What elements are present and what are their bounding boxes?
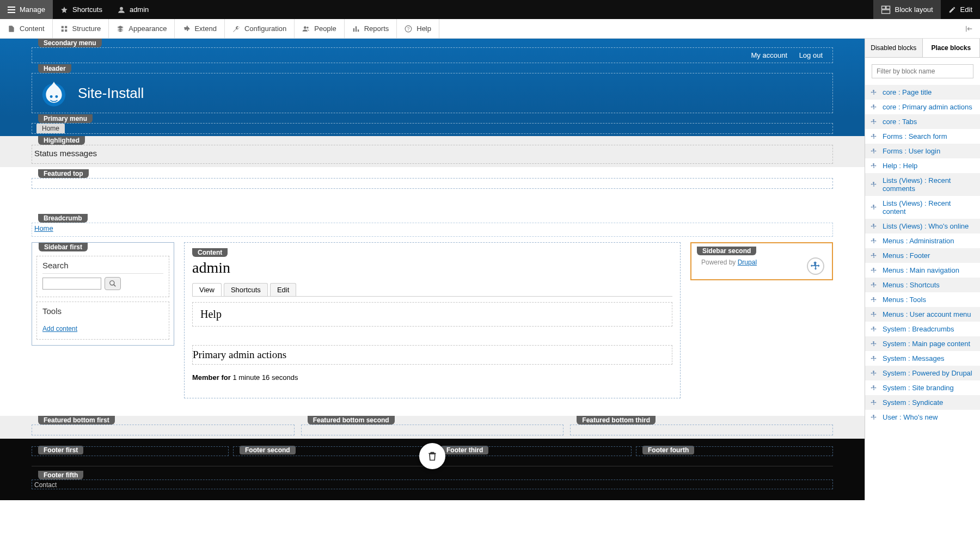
block-item-label: Menus : Main navigation — [883, 266, 959, 274]
tab-edit[interactable]: Edit — [270, 283, 296, 296]
menu-reports[interactable]: Reports — [345, 19, 397, 38]
move-icon — [871, 385, 877, 391]
block-item[interactable]: Menus : Footer — [865, 248, 980, 263]
block-item[interactable]: Lists (Views) : Who's online — [865, 219, 980, 233]
page-title: admin — [192, 259, 672, 276]
svg-rect-2 — [886, 6, 890, 9]
block-item[interactable]: User : Who's new — [865, 410, 980, 425]
collapse-toggle[interactable] — [958, 24, 980, 33]
svg-rect-1 — [881, 6, 885, 9]
move-icon — [871, 238, 877, 244]
block-item[interactable]: Menus : Main navigation — [865, 263, 980, 278]
region-footer-fourth[interactable] — [636, 446, 833, 456]
block-item[interactable]: core : Tabs — [865, 114, 980, 129]
region-footer-first[interactable] — [32, 446, 229, 456]
menu-structure[interactable]: Structure — [53, 19, 109, 38]
block-item[interactable]: Menus : Tools — [865, 292, 980, 307]
drag-handle[interactable] — [807, 257, 824, 275]
menu-people[interactable]: People — [295, 19, 344, 38]
block-item-label: Menus : Shortcuts — [883, 281, 940, 289]
block-item[interactable]: System : Site branding — [865, 380, 980, 395]
block-item[interactable]: Help : Help — [865, 158, 980, 173]
region-featured-bottom-second[interactable] — [301, 425, 564, 435]
search-button[interactable] — [105, 277, 121, 290]
block-item[interactable]: Lists (Views) : Recent content — [865, 196, 980, 219]
tab-disabled-blocks[interactable]: Disabled blocks — [865, 39, 923, 57]
manage-button[interactable]: Manage — [0, 0, 53, 19]
admin-user-button[interactable]: admin — [110, 0, 156, 19]
block-item-label: Menus : Tools — [883, 296, 926, 304]
region-highlighted[interactable]: Status messages — [32, 145, 833, 164]
block-item-label: Menus : Administration — [883, 237, 954, 245]
svg-rect-3 — [881, 10, 890, 14]
add-content-link[interactable]: Add content — [42, 325, 77, 333]
region-featured-bottom-first[interactable] — [32, 425, 295, 435]
menu-configuration[interactable]: Configuration — [225, 19, 295, 38]
blocks-panel: Disabled blocks Place blocks core : Page… — [865, 39, 980, 500]
region-breadcrumb[interactable]: Home — [32, 223, 833, 237]
region-content[interactable]: Content admin View Shortcuts Edit Help P… — [184, 242, 681, 398]
my-account-link[interactable]: My account — [751, 51, 787, 59]
svg-line-19 — [114, 285, 116, 287]
block-item-label: User : Who's new — [883, 413, 938, 421]
admin-label: admin — [130, 5, 149, 14]
block-item[interactable]: core : Primary admin actions — [865, 100, 980, 114]
menu-help[interactable]: ?Help — [397, 19, 439, 38]
block-item[interactable]: Menus : Shortcuts — [865, 278, 980, 292]
block-item-label: System : Site branding — [883, 384, 954, 392]
block-layout-button[interactable]: Block layout — [873, 0, 941, 19]
block-item[interactable]: System : Breadcrumbs — [865, 322, 980, 336]
region-footer-second[interactable] — [233, 446, 430, 456]
svg-point-18 — [110, 281, 114, 285]
block-item[interactable]: Lists (Views) : Recent comments — [865, 173, 980, 196]
region-primary-menu[interactable]: Home — [32, 123, 833, 134]
region-label-fb3: Featured bottom third — [577, 416, 656, 425]
trash-button[interactable] — [419, 443, 445, 469]
svg-rect-6 — [61, 29, 63, 32]
block-item[interactable]: System : Main page content — [865, 336, 980, 351]
log-out-link[interactable]: Log out — [799, 51, 823, 59]
move-icon — [871, 223, 877, 230]
block-item[interactable]: Forms : User login — [865, 144, 980, 158]
block-item[interactable]: core : Page title — [865, 85, 980, 100]
menu-content[interactable]: Content — [0, 19, 53, 38]
help-block[interactable]: Help — [192, 302, 672, 327]
menu-extend[interactable]: Extend — [175, 19, 224, 38]
region-header[interactable]: Site-Install — [32, 73, 833, 113]
site-name[interactable]: Site-Install — [78, 85, 144, 102]
move-icon — [871, 282, 877, 288]
region-sidebar-first[interactable]: Sidebar first Search Tools — [32, 242, 174, 346]
block-item[interactable]: System : Powered by Drupal — [865, 366, 980, 380]
region-featured-bottom-third[interactable] — [570, 425, 833, 435]
block-item-label: core : Page title — [883, 88, 932, 96]
block-item[interactable]: Menus : Administration — [865, 233, 980, 248]
region-footer-third[interactable] — [434, 446, 632, 456]
block-item[interactable]: Forms : Search form — [865, 129, 980, 144]
primary-actions-block[interactable]: Primary admin actions — [192, 345, 672, 365]
tab-place-blocks[interactable]: Place blocks — [923, 39, 981, 57]
region-featured-top[interactable] — [32, 178, 833, 189]
region-footer-fifth[interactable]: Contact — [32, 479, 833, 489]
block-item[interactable]: Menus : User account menu — [865, 307, 980, 322]
region-secondary-menu[interactable]: My account Log out — [32, 47, 833, 63]
block-item-label: Forms : User login — [883, 147, 940, 155]
region-sidebar-second[interactable]: Sidebar second Powered by Drupal — [690, 242, 833, 280]
block-item-label: core : Primary admin actions — [883, 103, 972, 111]
tab-shortcuts[interactable]: Shortcuts — [224, 283, 268, 296]
content-icon — [8, 25, 15, 33]
region-label-secondary-menu: Secondary menu — [38, 39, 102, 47]
primary-menu-home[interactable]: Home — [36, 124, 65, 133]
region-label-content: Content — [192, 248, 228, 257]
search-input[interactable] — [42, 278, 101, 290]
edit-button[interactable]: Edit — [941, 0, 980, 19]
tab-view[interactable]: View — [192, 283, 222, 296]
block-item-label: Forms : Search form — [883, 132, 947, 140]
contact-link[interactable]: Contact — [32, 480, 832, 489]
block-item[interactable]: System : Syndicate — [865, 395, 980, 410]
menu-appearance[interactable]: Appearance — [109, 19, 175, 38]
block-item[interactable]: System : Messages — [865, 351, 980, 366]
drupal-link[interactable]: Drupal — [738, 259, 757, 266]
filter-input[interactable] — [872, 64, 973, 78]
breadcrumb-home-link[interactable]: Home — [32, 223, 53, 232]
shortcuts-button[interactable]: Shortcuts — [53, 0, 110, 19]
